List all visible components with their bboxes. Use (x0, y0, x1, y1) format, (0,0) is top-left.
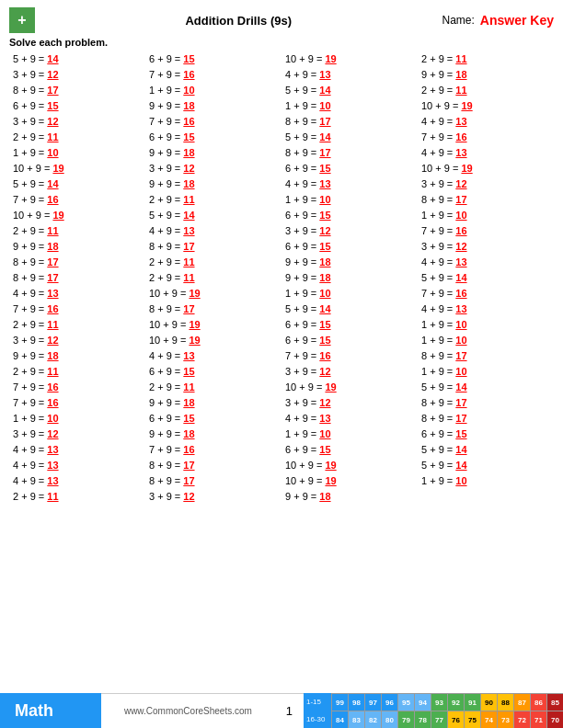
problem-answer: 10 (455, 475, 466, 486)
problem-item: 10 + 9 = 19 (282, 51, 418, 66)
problem-item: 7 + 9 = 16 (418, 130, 554, 144)
problem-item: 10 + 9 = 19 (282, 380, 418, 394)
problem-answer: 13 (47, 288, 58, 299)
problem-answer: 11 (455, 53, 466, 64)
problem-item: 1 + 9 = 10 (418, 364, 554, 379)
problem-answer: 18 (183, 147, 194, 158)
problem-answer: 12 (183, 491, 194, 502)
problem-answer: 10 (319, 100, 330, 111)
problem-answer: 14 (455, 272, 466, 283)
problem-item: 8 + 9 = 17 (9, 83, 145, 97)
score-cell: 83 (348, 711, 364, 728)
problem-answer: 18 (455, 69, 466, 80)
score-range-label: 1-15 (304, 693, 331, 711)
problem-item: 4 + 9 = 13 (145, 223, 282, 238)
score-cell: 87 (513, 693, 530, 711)
score-cell: 95 (397, 693, 414, 711)
score-cell: 74 (480, 711, 497, 728)
problem-item: 4 + 9 = 13 (418, 114, 554, 129)
problem-answer: 18 (319, 272, 330, 283)
problem-item: 4 + 9 = 13 (282, 67, 418, 82)
problem-answer: 13 (455, 303, 466, 314)
footer-page-number: 1 (275, 693, 304, 728)
problem-item: 6 + 9 = 15 (282, 333, 418, 347)
footer-website: www.CommonCoreSheets.com (101, 693, 275, 728)
problem-item: 4 + 9 = 13 (418, 301, 554, 316)
problem-answer: 19 (189, 319, 200, 330)
problem-item: 4 + 9 = 13 (418, 255, 554, 269)
score-cell: 94 (414, 693, 431, 711)
problem-item: 5 + 9 = 14 (9, 51, 145, 66)
score-row: 16-308483828079787776757473727170 (304, 711, 563, 728)
problem-item: 9 + 9 = 18 (418, 67, 554, 82)
problem-answer: 16 (183, 444, 194, 455)
problem-answer: 16 (183, 69, 194, 80)
header-title: Addition Drills (9s) (35, 14, 442, 28)
problem-answer: 18 (319, 256, 330, 267)
problem-answer: 15 (455, 428, 466, 439)
problem-item: 2 + 9 = 11 (145, 270, 282, 285)
problem-answer: 14 (319, 303, 330, 314)
problem-item: 8 + 9 = 17 (9, 270, 145, 285)
problem-answer: 11 (47, 131, 58, 142)
problem-answer: 13 (455, 147, 466, 158)
problem-item: 2 + 9 = 11 (9, 489, 145, 504)
problem-item: 5 + 9 = 14 (282, 301, 418, 316)
problem-answer: 11 (47, 319, 58, 330)
problem-answer: 17 (183, 460, 194, 471)
problem-answer: 17 (455, 350, 466, 361)
problem-answer: 10 (455, 335, 466, 346)
problem-answer: 11 (455, 85, 466, 96)
header: + Addition Drills (9s) Name: Answer Key (9, 7, 554, 33)
problem-item: 8 + 9 = 17 (418, 192, 554, 207)
problem-answer: 17 (47, 256, 58, 267)
problem-answer: 18 (183, 178, 194, 189)
problem-item: 7 + 9 = 16 (418, 286, 554, 301)
problem-answer: 15 (319, 210, 330, 221)
problem-item: 1 + 9 = 10 (418, 208, 554, 222)
problem-item: 1 + 9 = 10 (145, 83, 282, 97)
problem-answer: 15 (183, 53, 194, 64)
score-cell: 98 (348, 693, 364, 711)
problem-item: 10 + 9 = 19 (145, 286, 282, 301)
problem-answer: 14 (183, 210, 194, 221)
problem-item: 3 + 9 = 12 (282, 364, 418, 379)
score-cell: 84 (331, 711, 348, 728)
problem-item: 4 + 9 = 13 (282, 411, 418, 426)
problem-answer: 16 (47, 381, 58, 392)
score-cell: 85 (546, 693, 563, 711)
problem-answer: 15 (183, 413, 194, 424)
problem-answer: 18 (47, 350, 58, 361)
problem-item: 5 + 9 = 14 (418, 380, 554, 394)
problem-answer: 12 (47, 69, 58, 80)
problem-answer: 15 (319, 319, 330, 330)
problem-item: 9 + 9 = 18 (145, 427, 282, 441)
problem-answer: 19 (189, 335, 200, 346)
score-cell: 70 (546, 711, 563, 728)
problem-item: 4 + 9 = 13 (145, 348, 282, 363)
problem-answer: 13 (183, 350, 194, 361)
problem-answer: 15 (183, 131, 194, 142)
problem-item: 3 + 9 = 12 (9, 67, 145, 82)
score-cell: 93 (431, 693, 447, 711)
problem-answer: 14 (455, 444, 466, 455)
problem-item: 9 + 9 = 18 (9, 348, 145, 363)
problem-answer: 12 (319, 225, 330, 236)
problem-answer: 13 (319, 178, 330, 189)
score-cell: 75 (464, 711, 480, 728)
problem-item: 2 + 9 = 11 (145, 255, 282, 269)
problem-item: 2 + 9 = 11 (9, 364, 145, 379)
problem-answer: 10 (455, 366, 466, 377)
problem-answer: 19 (461, 100, 472, 111)
problem-answer: 14 (47, 53, 58, 64)
problem-answer: 19 (325, 381, 336, 392)
problem-item: 6 + 9 = 15 (145, 364, 282, 379)
name-label: Name: (442, 14, 475, 27)
problem-item: 8 + 9 = 17 (9, 255, 145, 269)
problem-item: 4 + 9 = 13 (9, 286, 145, 301)
problem-item: 3 + 9 = 12 (282, 223, 418, 238)
score-cell: 82 (364, 711, 381, 728)
score-cell: 91 (464, 693, 480, 711)
problem-answer: 18 (47, 241, 58, 252)
problem-answer: 19 (52, 210, 63, 221)
